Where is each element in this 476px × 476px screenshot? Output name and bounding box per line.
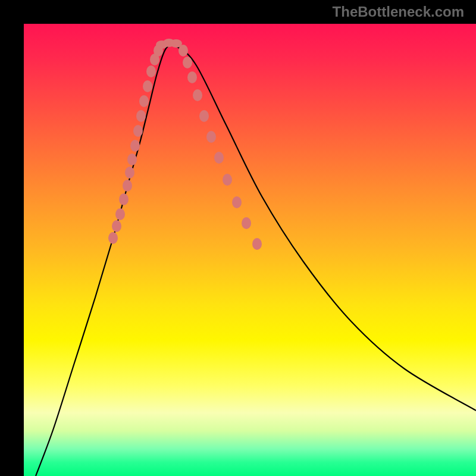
- data-marker: [214, 152, 224, 164]
- data-marker: [199, 110, 209, 122]
- data-marker: [193, 89, 202, 101]
- curve-svg: [24, 24, 476, 476]
- data-marker: [143, 80, 152, 92]
- data-marker: [125, 167, 134, 178]
- data-marker: [242, 217, 251, 229]
- data-marker: [108, 232, 118, 244]
- data-marker: [127, 154, 137, 165]
- marker-cluster-right: [178, 45, 262, 250]
- chart-plot-area: [24, 24, 476, 476]
- data-marker: [123, 180, 132, 192]
- data-marker: [223, 174, 232, 186]
- data-marker: [115, 208, 125, 220]
- watermark-text: TheBottleneck.com: [333, 4, 464, 20]
- data-marker: [146, 65, 156, 77]
- data-marker: [112, 220, 121, 232]
- data-marker: [206, 131, 216, 143]
- data-marker: [130, 140, 140, 152]
- marker-cluster-left: [108, 45, 163, 244]
- data-marker: [136, 110, 146, 122]
- data-marker: [170, 39, 182, 48]
- data-marker: [119, 193, 129, 205]
- data-marker: [139, 95, 149, 107]
- data-marker: [133, 125, 143, 137]
- data-marker: [183, 57, 192, 68]
- data-marker: [187, 71, 197, 83]
- marker-cluster-bottom: [156, 39, 182, 49]
- data-marker: [252, 238, 262, 250]
- data-marker: [232, 196, 242, 208]
- bottleneck-curve: [36, 45, 476, 476]
